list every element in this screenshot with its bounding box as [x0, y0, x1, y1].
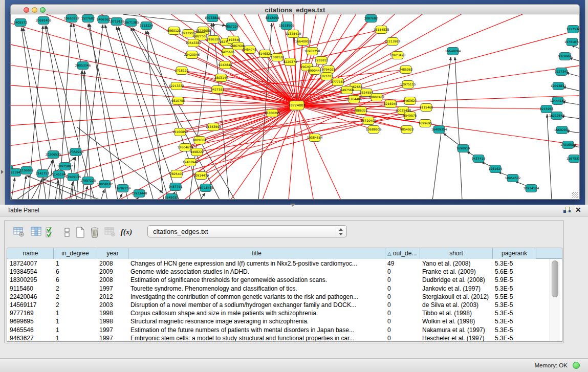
network-node[interactable]: 9463627 — [403, 97, 417, 105]
column-header-in_degree[interactable]: in_degree — [54, 248, 97, 259]
panel-divider-grip[interactable] — [290, 204, 295, 207]
table-row[interactable]: 1872400712008Changes of HCN gene express… — [7, 259, 550, 268]
network-node[interactable]: 2718120 — [175, 67, 189, 75]
network-node[interactable]: 20691406 — [36, 17, 52, 25]
network-node[interactable]: 11675334 — [567, 155, 579, 163]
table-row[interactable]: 1830029562008Estimation of significance … — [7, 276, 550, 284]
column-header-pagerank[interactable]: pagerank — [493, 248, 536, 259]
network-node[interactable]: 17957225 — [80, 177, 96, 185]
row-height-icon[interactable] — [60, 226, 74, 240]
table-row[interactable]: 969969511998Structural magnetic resonanc… — [7, 317, 550, 325]
network-node[interactable]: 9854923 — [400, 126, 414, 134]
network-canvas[interactable]: 1872400718300295193845541132541916640910… — [10, 14, 580, 200]
network-node[interactable]: 12505135 — [66, 173, 81, 181]
network-node[interactable]: 8215958 — [540, 105, 554, 113]
network-node[interactable]: 18300295 — [265, 110, 280, 117]
table-mode-icon[interactable] — [12, 226, 26, 240]
column-header-title[interactable]: title — [128, 248, 385, 259]
table-row[interactable]: 946554611997Estimation of the future num… — [7, 326, 550, 334]
network-node[interactable]: 10958187 — [97, 181, 113, 188]
network-node[interactable]: 10914479 — [193, 172, 209, 180]
network-node[interactable]: 8960123 — [167, 27, 181, 35]
table-row[interactable]: 977716911998Corpus callosum shape and si… — [7, 309, 550, 317]
import-table-icon[interactable] — [103, 226, 117, 240]
network-node[interactable]: 12403948 — [183, 159, 199, 166]
network-node[interactable]: 10653287 — [64, 15, 80, 23]
network-node[interactable]: 9475685 — [221, 49, 235, 56]
network-node[interactable]: 9699695 — [419, 120, 432, 127]
network-node[interactable]: 6466162 — [97, 16, 111, 24]
network-node[interactable]: 8454743 — [243, 46, 257, 54]
network-node[interactable]: 1156869 — [20, 167, 34, 174]
network-node[interactable]: 9245032 — [165, 194, 179, 200]
network-node[interactable]: 16720407 — [361, 117, 377, 125]
table-selector-dropdown[interactable]: citations_edges.txt — [147, 225, 347, 237]
network-node[interactable]: 8216046 — [384, 100, 398, 108]
network-node[interactable]: 9227343 — [555, 68, 569, 76]
column-header-out_de[interactable]: △out_de... — [385, 248, 420, 259]
network-node[interactable]: 2087682 — [364, 15, 378, 23]
network-node[interactable]: 16033809 — [205, 14, 221, 22]
network-node[interactable]: 7886322 — [354, 107, 368, 115]
network-node[interactable]: 12213334 — [169, 82, 185, 90]
network-node[interactable]: 8912955 — [182, 30, 195, 37]
function-builder-icon[interactable]: f(x) — [119, 226, 134, 240]
network-node[interactable]: 9457791 — [169, 183, 183, 191]
network-node[interactable]: 16640910 — [295, 38, 311, 46]
network-node[interactable]: 12975115 — [400, 81, 416, 89]
network-node[interactable]: 25364486 — [346, 96, 362, 103]
network-node[interactable]: 19384554 — [307, 134, 323, 142]
network-node[interactable]: 6497568 — [340, 86, 354, 94]
scrollbar-thumb[interactable] — [552, 260, 558, 297]
network-node[interactable]: 12213987 — [385, 38, 401, 46]
network-node[interactable]: 7825402 — [170, 170, 184, 178]
network-node[interactable]: 12923448 — [132, 190, 147, 198]
network-node[interactable]: 9146821 — [258, 50, 272, 58]
network-node[interactable]: 9810755 — [171, 97, 185, 105]
network-node[interactable]: 15166852 — [172, 128, 188, 136]
network-window-titlebar[interactable]: citations_edges.txt — [10, 4, 580, 14]
network-node[interactable]: 8220374 — [284, 58, 297, 66]
network-node[interactable]: 9777169 — [331, 78, 345, 86]
network-node[interactable]: 9990444 — [308, 67, 322, 75]
create-column-icon[interactable] — [73, 226, 88, 240]
network-node[interactable]: 18724007 — [288, 101, 305, 110]
table-row[interactable]: 911546021997Tourette syndrome. Phenomeno… — [7, 285, 550, 293]
network-node[interactable]: 10719155 — [109, 18, 125, 26]
network-node[interactable]: 19218906 — [279, 22, 295, 30]
expand-panel-arrow-icon[interactable] — [1, 170, 4, 174]
network-node[interactable]: 1821073 — [320, 73, 334, 80]
column-header-name[interactable]: name — [8, 248, 54, 259]
window-resize-grip[interactable] — [572, 192, 578, 198]
network-node[interactable]: 9242844 — [219, 61, 232, 69]
network-node[interactable]: 10973493 — [390, 52, 406, 59]
network-node[interactable]: 9437419 — [472, 155, 486, 163]
table-row[interactable]: 946362711997Embryonic stem cells: a mode… — [7, 334, 550, 342]
network-node[interactable]: 11353594 — [206, 123, 222, 131]
network-node[interactable]: 8878334 — [193, 137, 207, 144]
network-node[interactable]: 20053346 — [75, 62, 91, 70]
show-columns-icon[interactable] — [29, 226, 43, 240]
network-node[interactable]: 7513224 — [140, 22, 154, 30]
network-node[interactable]: 1145194 — [52, 171, 66, 179]
network-node[interactable]: 1981624 — [489, 165, 503, 173]
network-node[interactable]: 7857224 — [225, 23, 239, 31]
network-node[interactable]: 7485063 — [399, 66, 413, 74]
table-row[interactable]: 1456911722003Disruption of a novel membe… — [7, 301, 550, 309]
column-header-year[interactable]: year — [97, 248, 128, 259]
close-icon[interactable]: ✕ — [575, 206, 581, 214]
network-node[interactable]: 11325419 — [286, 30, 301, 38]
network-node[interactable]: 15716485 — [198, 184, 214, 192]
network-node[interactable]: 9427552 — [211, 86, 225, 94]
network-node[interactable]: 16154838 — [374, 26, 389, 34]
network-node[interactable]: 12444159 — [550, 97, 566, 105]
network-node[interactable]: 10954502 — [505, 174, 521, 182]
network-node[interactable]: 22420046 — [184, 51, 200, 59]
network-node[interactable]: 2803144 — [214, 74, 228, 82]
network-node[interactable]: 2142757 — [36, 170, 50, 178]
control-panel-collapsed-strip[interactable] — [0, 0, 5, 205]
float-window-icon[interactable] — [563, 207, 571, 214]
network-node[interactable]: 16961758 — [304, 48, 320, 55]
network-node[interactable]: 16409354 — [431, 126, 447, 134]
network-node[interactable]: 9115460 — [420, 104, 433, 112]
